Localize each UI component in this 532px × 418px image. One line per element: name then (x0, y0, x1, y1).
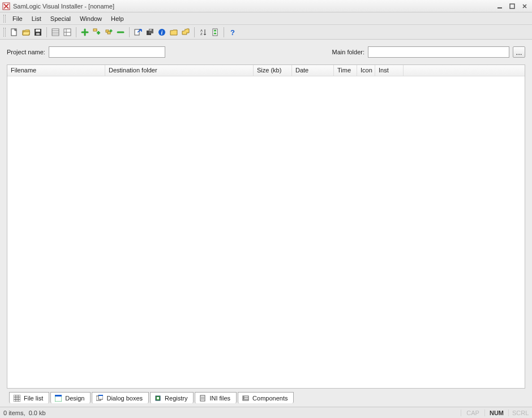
svg-rect-6 (36, 33, 40, 35)
status-scrl: SCRL (508, 410, 529, 416)
disk-dup-icon[interactable] (145, 27, 155, 37)
toolbar-sep (46, 27, 47, 37)
tab-label: INI files (209, 395, 230, 402)
svg-rect-47 (243, 398, 244, 399)
copy-folder-icon[interactable] (181, 27, 191, 37)
svg-rect-38 (157, 397, 159, 399)
tab-label: Registry (165, 395, 187, 402)
toolbar: i AZ ? (0, 25, 532, 40)
list-body[interactable] (7, 76, 525, 388)
menu-list[interactable]: List (27, 14, 46, 23)
close-button[interactable] (520, 2, 530, 10)
browse-button[interactable]: ... (513, 46, 525, 58)
col-inst[interactable]: Inst (375, 65, 404, 76)
app-icon (2, 2, 10, 10)
dialogs-icon (96, 394, 104, 402)
menu-window[interactable]: Window (75, 14, 106, 23)
menubar-grip (3, 15, 6, 23)
registry-icon (154, 394, 162, 402)
status-items: 0 items, 0.0 kb (3, 410, 46, 416)
tab-file-list[interactable]: File list (9, 392, 49, 403)
project-name-input[interactable] (49, 46, 165, 58)
folder-icon[interactable] (169, 27, 179, 37)
tab-components[interactable]: Components (238, 392, 294, 403)
tab-dialog-boxes[interactable]: Dialog boxes (92, 392, 149, 403)
window-icon (54, 394, 62, 402)
add-tree-icon[interactable] (92, 27, 102, 37)
save-file-icon[interactable] (33, 27, 43, 37)
main-folder-label: Main folder: (332, 49, 364, 55)
window-title: SamLogic Visual Installer - [noname] (13, 3, 495, 10)
grid-icon (13, 394, 21, 402)
svg-rect-36 (98, 395, 103, 396)
info-icon[interactable]: i (157, 27, 167, 37)
page-layout-icon[interactable] (62, 27, 72, 37)
col-date[interactable]: Date (292, 65, 334, 76)
svg-rect-14 (93, 29, 97, 31)
tab-design[interactable]: Design (50, 392, 91, 403)
minimize-button[interactable] (495, 2, 505, 10)
tab-label: Design (65, 395, 84, 402)
browse-button-label: ... (516, 48, 522, 57)
add-files-icon[interactable] (104, 27, 114, 37)
components-icon (242, 394, 250, 402)
tab-registry[interactable]: Registry (150, 392, 194, 403)
col-filename[interactable]: Filename (7, 65, 105, 76)
project-name-label: Project name: (7, 49, 45, 55)
bottom-tabs: File list Design Dialog boxes Registry I… (7, 391, 525, 403)
status-bar: 0 items, 0.0 kb CAP NUM SCRL (0, 407, 532, 418)
svg-text:?: ? (230, 28, 235, 36)
tab-label: Dialog boxes (106, 395, 143, 402)
svg-rect-2 (510, 4, 514, 8)
toolbar-sep (76, 27, 76, 37)
col-size[interactable]: Size (kb) (254, 65, 292, 76)
open-file-icon[interactable] (21, 27, 31, 37)
status-cap: CAP (461, 410, 481, 416)
new-file-icon[interactable] (9, 27, 19, 37)
col-spacer (404, 65, 525, 76)
menu-special[interactable]: Special (46, 14, 75, 23)
sort-asc-icon[interactable]: AZ (198, 27, 208, 37)
title-bar: SamLogic Visual Installer - [noname] (0, 0, 532, 12)
toolbar-sep (129, 27, 130, 37)
svg-rect-20 (149, 29, 152, 31)
window-controls (495, 2, 530, 10)
col-time[interactable]: Time (334, 65, 357, 76)
toolbar-sep (194, 27, 195, 37)
main-folder-input[interactable] (368, 46, 509, 58)
launch-icon[interactable] (133, 27, 143, 37)
add-file-icon[interactable] (80, 27, 90, 37)
tab-label: Components (252, 395, 288, 402)
content-area: Project name: Main folder: ... Filename … (0, 40, 532, 407)
svg-rect-16 (108, 32, 110, 34)
svg-rect-5 (36, 29, 40, 32)
status-num: NUM (484, 410, 505, 416)
col-destination[interactable]: Destination folder (105, 65, 254, 76)
menu-help[interactable]: Help (106, 14, 128, 23)
svg-rect-27 (14, 395, 20, 402)
help-icon[interactable]: ? (228, 27, 238, 37)
svg-rect-46 (243, 397, 244, 398)
svg-rect-33 (55, 395, 62, 397)
svg-rect-1 (497, 7, 502, 8)
file-list-view[interactable]: Filename Destination folder Size (kb) Da… (7, 64, 525, 389)
tab-ini-files[interactable]: INI files (195, 392, 237, 403)
status-size-text: 0.0 kb (29, 410, 46, 416)
menu-bar: File List Special Window Help (0, 12, 532, 25)
toolbar-sep (224, 27, 224, 37)
remove-icon[interactable] (115, 27, 126, 37)
fields-row: Project name: Main folder: ... (7, 46, 525, 58)
sort-toggle-icon[interactable] (210, 27, 220, 37)
menu-file[interactable]: File (8, 14, 27, 23)
maximize-button[interactable] (507, 2, 517, 10)
col-icon[interactable]: Icon (357, 65, 375, 76)
list-header: Filename Destination folder Size (kb) Da… (7, 65, 525, 76)
svg-text:i: i (161, 29, 163, 36)
form-properties-icon[interactable] (50, 27, 61, 37)
toolbar-grip (3, 28, 6, 37)
ini-icon (199, 394, 207, 402)
svg-rect-17 (135, 29, 139, 35)
tab-label: File list (24, 395, 43, 402)
svg-text:Z: Z (200, 32, 203, 36)
status-items-text: 0 items, (3, 410, 25, 416)
